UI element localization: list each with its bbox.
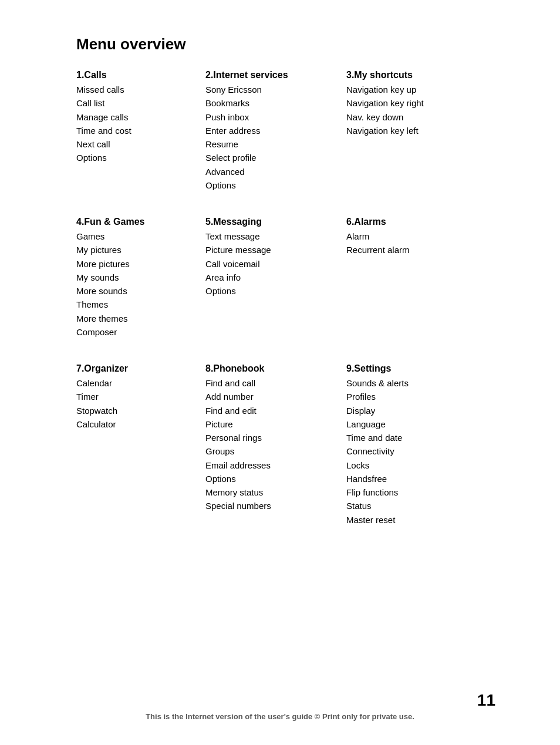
list-item: Manage calls (76, 110, 205, 124)
list-item: Calculator (76, 417, 205, 431)
list-item: Locks (346, 459, 511, 472)
page: Menu overview 1.Calls Missed calls Call … (0, 0, 560, 745)
list-item: Navigation key right (346, 96, 511, 110)
list-item: Recurrent alarm (346, 243, 511, 257)
list-item: Next call (76, 137, 205, 151)
list-item: Personal rings (205, 431, 346, 444)
section-fun-games: 4.Fun & Games Games My pictures More pic… (76, 217, 205, 339)
list-item: Find and call (205, 376, 346, 390)
section-organizer: 7.Organizer Calendar Timer Stopwatch Cal… (76, 363, 205, 527)
menu-row-1: 1.Calls Missed calls Call list Manage ca… (76, 70, 495, 211)
section-items-phonebook: Find and call Add number Find and edit P… (205, 376, 346, 513)
list-item: Call list (76, 96, 205, 110)
list-item: Sony Ericsson (205, 83, 346, 96)
list-item: Master reset (346, 513, 511, 527)
list-item: Games (76, 230, 205, 243)
section-settings: 9.Settings Sounds & alerts Profiles Disp… (346, 363, 511, 527)
list-item: Select profile (205, 151, 346, 164)
list-item: Options (205, 178, 346, 192)
section-title-shortcuts: 3.My shortcuts (346, 70, 511, 80)
list-item: Call voicemail (205, 257, 346, 271)
list-item: Calendar (76, 376, 205, 390)
footer: This is the Internet version of the user… (0, 711, 560, 722)
list-item: More themes (76, 312, 205, 325)
page-number: 11 (477, 691, 495, 710)
list-item: My pictures (76, 243, 205, 257)
list-item: Options (205, 284, 346, 298)
menu-row-3: 7.Organizer Calendar Timer Stopwatch Cal… (76, 363, 495, 545)
section-shortcuts: 3.My shortcuts Navigation key up Navigat… (346, 70, 511, 192)
section-items-alarms: Alarm Recurrent alarm (346, 230, 511, 257)
list-item: Navigation key left (346, 124, 511, 137)
list-item: My sounds (76, 271, 205, 284)
page-title: Menu overview (76, 35, 495, 53)
list-item: More pictures (76, 257, 205, 271)
list-item: Missed calls (76, 83, 205, 96)
list-item: Options (205, 472, 346, 486)
section-title-messaging: 5.Messaging (205, 217, 346, 227)
section-items-fun-games: Games My pictures More pictures My sound… (76, 230, 205, 339)
list-item: Picture (205, 417, 346, 431)
section-title-alarms: 6.Alarms (346, 217, 511, 227)
section-items-shortcuts: Navigation key up Navigation key right N… (346, 83, 511, 137)
section-title-phonebook: 8.Phonebook (205, 363, 346, 374)
list-item: Find and edit (205, 404, 346, 417)
section-items-messaging: Text message Picture message Call voicem… (205, 230, 346, 298)
section-internet: 2.Internet services Sony Ericsson Bookma… (205, 70, 346, 192)
section-title-fun-games: 4.Fun & Games (76, 217, 205, 227)
list-item: Display (346, 404, 511, 417)
list-item: Stopwatch (76, 404, 205, 417)
list-item: Sounds & alerts (346, 376, 511, 390)
list-item: Time and date (346, 431, 511, 444)
list-item: Text message (205, 230, 346, 243)
list-item: Enter address (205, 124, 346, 137)
list-item: Push inbox (205, 110, 346, 124)
section-title-internet: 2.Internet services (205, 70, 346, 80)
list-item: Profiles (346, 390, 511, 403)
list-item: Bookmarks (205, 96, 346, 110)
list-item: Options (76, 151, 205, 164)
section-messaging: 5.Messaging Text message Picture message… (205, 217, 346, 339)
list-item: Composer (76, 325, 205, 339)
list-item: Time and cost (76, 124, 205, 137)
list-item: Groups (205, 444, 346, 458)
list-item: Advanced (205, 165, 346, 178)
list-item: Add number (205, 390, 346, 403)
list-item: Resume (205, 137, 346, 151)
list-item: Language (346, 417, 511, 431)
section-items-internet: Sony Ericsson Bookmarks Push inbox Enter… (205, 83, 346, 192)
list-item: Nav. key down (346, 110, 511, 124)
menu-row-2: 4.Fun & Games Games My pictures More pic… (76, 217, 495, 358)
list-item: Memory status (205, 486, 346, 499)
section-calls: 1.Calls Missed calls Call list Manage ca… (76, 70, 205, 192)
section-title-settings: 9.Settings (346, 363, 511, 374)
section-items-calls: Missed calls Call list Manage calls Time… (76, 83, 205, 165)
list-item: Handsfree (346, 472, 511, 486)
list-item: Special numbers (205, 499, 346, 513)
section-phonebook: 8.Phonebook Find and call Add number Fin… (205, 363, 346, 527)
list-item: Connectivity (346, 444, 511, 458)
list-item: Timer (76, 390, 205, 403)
list-item: Email addresses (205, 459, 346, 472)
section-alarms: 6.Alarms Alarm Recurrent alarm (346, 217, 511, 339)
section-items-settings: Sounds & alerts Profiles Display Languag… (346, 376, 511, 527)
list-item: Picture message (205, 243, 346, 257)
section-items-organizer: Calendar Timer Stopwatch Calculator (76, 376, 205, 431)
list-item: Area info (205, 271, 346, 284)
list-item: Themes (76, 298, 205, 311)
section-title-organizer: 7.Organizer (76, 363, 205, 374)
list-item: Flip functions (346, 486, 511, 499)
section-title-calls: 1.Calls (76, 70, 205, 80)
list-item: More sounds (76, 284, 205, 298)
list-item: Status (346, 499, 511, 513)
footer-text: This is the Internet version of the user… (146, 712, 414, 721)
list-item: Navigation key up (346, 83, 511, 96)
list-item: Alarm (346, 230, 511, 243)
